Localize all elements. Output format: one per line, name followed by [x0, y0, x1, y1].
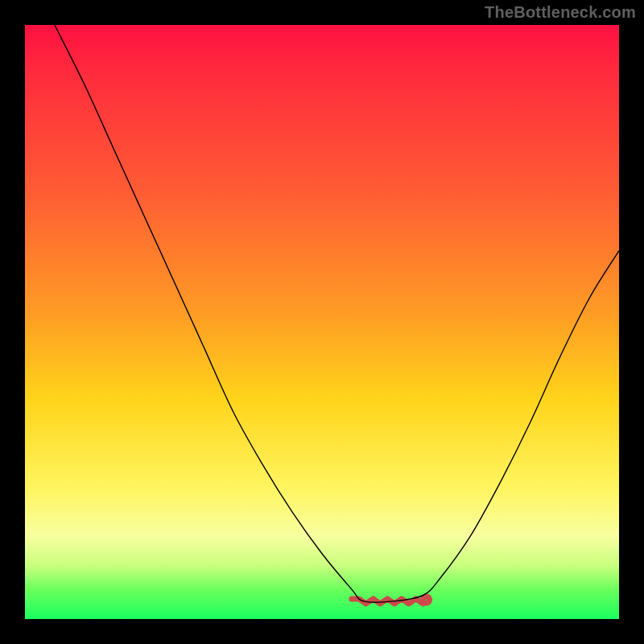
attribution-label: TheBottleneck.com	[485, 3, 636, 22]
bottleneck-curve	[55, 25, 619, 602]
plot-area	[25, 25, 619, 619]
chart-frame: TheBottleneck.com	[0, 0, 644, 644]
curve-overlay	[25, 25, 619, 619]
